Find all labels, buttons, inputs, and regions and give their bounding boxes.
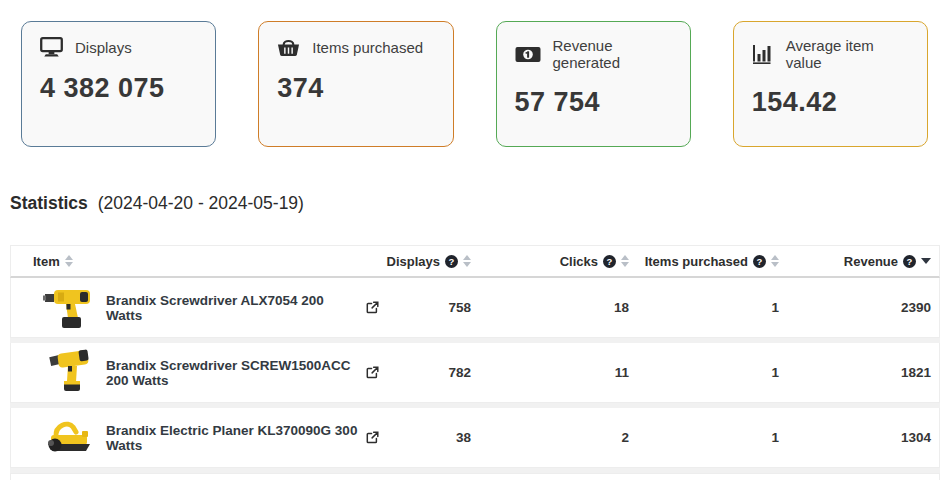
item-cell: Brandix Screwdriver ALX7054 200 Watts (11, 282, 379, 334)
column-header-clicks[interactable]: Clicks ? (471, 254, 629, 269)
column-header-item[interactable]: Item (11, 254, 379, 269)
sort-icon[interactable] (771, 255, 779, 267)
items-purchased-value: 1 (629, 430, 779, 445)
column-header-items-purchased[interactable]: Items purchased ? (629, 254, 779, 269)
table-row: Brandix Electric Planer KL370090G 300 Wa… (10, 408, 940, 468)
help-icon[interactable]: ? (903, 255, 916, 268)
item-link[interactable]: Brandix Electric Planer KL370090G 300 Wa… (106, 423, 361, 453)
money-bill-icon (515, 46, 541, 63)
item-link[interactable]: Brandix Screwdriver ALX7054 200 Watts (106, 293, 361, 323)
external-link-icon[interactable] (366, 431, 379, 444)
help-icon[interactable]: ? (603, 255, 616, 268)
card-items-purchased: Items purchased 374 (258, 21, 453, 147)
table-header-row: Item Displays ? Clicks ? Items purchased… (10, 245, 940, 278)
sort-icon[interactable] (65, 255, 73, 267)
basket-icon (277, 37, 300, 57)
revenue-value: 1821 (779, 365, 939, 380)
card-displays-value: 4 382 075 (40, 73, 197, 104)
revenue-value: 2390 (779, 300, 939, 315)
card-revenue-generated-header: Revenue generated (515, 37, 672, 71)
column-header-items-purchased-label: Items purchased (645, 254, 748, 269)
card-displays: Displays 4 382 075 (21, 21, 216, 147)
card-average-item-value-label: Average item value (786, 37, 909, 71)
column-header-item-label: Item (33, 254, 60, 269)
table-row: Brandix Screwdriver SCREW1500ACC 200 Wat… (10, 343, 940, 403)
clicks-value: 11 (471, 365, 629, 380)
column-header-revenue[interactable]: Revenue ? (779, 254, 939, 269)
sort-icon[interactable] (621, 255, 629, 267)
displays-value: 782 (379, 365, 471, 380)
product-image-screwdriver-alx7054 (42, 282, 97, 334)
card-revenue-generated-value: 57 754 (515, 87, 672, 118)
clicks-value: 2 (471, 430, 629, 445)
card-items-purchased-label: Items purchased (312, 39, 423, 56)
column-header-displays-label: Displays (387, 254, 440, 269)
card-revenue-generated: Revenue generated 57 754 (496, 21, 691, 147)
card-average-item-value: Average item value 154.42 (733, 21, 928, 147)
displays-value: 758 (379, 300, 471, 315)
item-link[interactable]: Brandix Screwdriver SCREW1500ACC 200 Wat… (106, 358, 361, 388)
sort-icon[interactable] (463, 255, 471, 267)
card-average-item-value-value: 154.42 (752, 87, 909, 118)
summary-cards: Displays 4 382 075 Items purchased 374 (0, 0, 950, 147)
statistics-title: Statistics (10, 193, 88, 213)
item-cell: Brandix Electric Planer KL370090G 300 Wa… (11, 412, 379, 464)
table-row: Brandix Screwdriver ALX7054 200 Watts 75… (10, 278, 940, 338)
card-items-purchased-header: Items purchased (277, 37, 434, 57)
card-revenue-generated-label: Revenue generated (553, 37, 672, 71)
card-displays-header: Displays (40, 37, 197, 57)
product-image-screwdriver-screw1500acc (42, 347, 97, 399)
card-displays-label: Displays (75, 39, 132, 56)
help-icon[interactable]: ? (753, 255, 766, 268)
sort-desc-icon[interactable] (921, 258, 931, 264)
bar-chart-icon (752, 44, 774, 64)
external-link-icon[interactable] (366, 301, 379, 314)
product-image-electric-planer (42, 412, 97, 464)
statistics-table: Item Displays ? Clicks ? Items purchased… (10, 245, 940, 480)
card-items-purchased-value: 374 (277, 73, 434, 104)
items-purchased-value: 1 (629, 365, 779, 380)
column-header-clicks-label: Clicks (560, 254, 598, 269)
clicks-value: 18 (471, 300, 629, 315)
column-header-displays[interactable]: Displays ? (379, 254, 471, 269)
card-average-item-value-header: Average item value (752, 37, 909, 71)
items-purchased-value: 1 (629, 300, 779, 315)
item-cell: Brandix Screwdriver SCREW1500ACC 200 Wat… (11, 347, 379, 399)
revenue-value: 1304 (779, 430, 939, 445)
statistics-heading: Statistics (2024-04-20 - 2024-05-19) (10, 193, 940, 214)
display-icon (40, 37, 63, 57)
help-icon[interactable]: ? (445, 255, 458, 268)
table-row-partial (10, 473, 940, 480)
displays-value: 38 (379, 430, 471, 445)
column-header-revenue-label: Revenue (844, 254, 898, 269)
statistics-date-range: (2024-04-20 - 2024-05-19) (98, 193, 304, 213)
external-link-icon[interactable] (366, 366, 379, 379)
